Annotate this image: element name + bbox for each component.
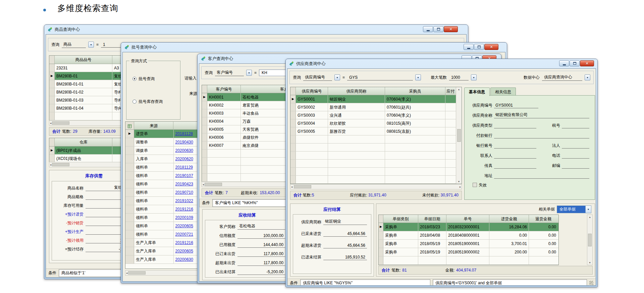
resize-grip[interactable] (589, 281, 593, 285)
query-field-dropdown[interactable]: 商品 (62, 41, 86, 48)
query-field-dropdown[interactable]: 客户编号 (215, 69, 244, 76)
scroll-down-icon: ▾ (589, 261, 590, 264)
table-row[interactable] (290, 160, 462, 168)
tab-related-info[interactable]: 相关信息 (490, 87, 516, 96)
table-row[interactable]: GYS0002 新华通用 070601(赵兵) (290, 103, 462, 111)
cell-source: 生产入库单 (134, 247, 174, 255)
column-header-return-amount[interactable]: 退货金额 (529, 215, 558, 223)
column-header-payable[interactable]: 应付 (445, 87, 456, 95)
row-marker (202, 109, 207, 117)
data-center-value[interactable]: 供应商查询中心 (542, 74, 582, 81)
query-field-dropdown[interactable]: 供应商编号 (303, 74, 332, 81)
field-value: 100,000.00 (237, 233, 285, 239)
max-rows-value[interactable]: 1000 (449, 75, 469, 80)
chevron-down-icon[interactable]: ▼ (415, 74, 421, 80)
table-row[interactable]: 采购单 2018/05/19 20180519000002 200.00 0.0… (379, 248, 558, 256)
condition-bar: 条件 供应商编号 LIKE "%GYS%" 供应商编号='GYS0001' an… (287, 279, 596, 286)
field-row: 已采未进货 45,664.56 (297, 231, 367, 237)
vertical-scrollbar[interactable]: ▴▾ (587, 215, 593, 265)
cell-return-amount: 0.00 (529, 248, 558, 256)
field-label: 银行账号 (467, 143, 494, 149)
column-header-buyer[interactable]: 采购员 (385, 87, 445, 95)
chevron-down-icon[interactable]: ▼ (585, 206, 591, 213)
row-marker (202, 117, 207, 125)
chevron-down-icon[interactable]: ▼ (585, 74, 590, 80)
radio-batch-query[interactable]: 批号查询 (132, 76, 155, 82)
equals-label: = (254, 70, 257, 75)
minimize-button[interactable] (559, 60, 569, 66)
zip-value (562, 168, 589, 169)
panel-title: 应付结算 (290, 204, 374, 214)
field-row: 已出未结算 -5,200.00 (209, 269, 285, 275)
scroll-up-icon: ▴ (589, 216, 590, 219)
cell-supplier-code (296, 135, 328, 143)
field-label: 已用额度 (209, 242, 237, 248)
row-marker (290, 152, 296, 159)
scrollbar-thumb (588, 234, 592, 246)
cell-supplier-name (328, 176, 385, 183)
table-row[interactable] (290, 168, 462, 176)
field-label: 邮编 (541, 163, 562, 169)
panel-title: 应收结算 (203, 210, 292, 220)
app-icon (201, 56, 206, 61)
horizontal-scrollbar[interactable]: ◂▸ (290, 184, 462, 189)
vertical-scrollbar[interactable]: ▴▾ (456, 87, 462, 184)
close-button[interactable]: ✕ (484, 44, 498, 50)
column-header-source[interactable]: 来源 (134, 122, 174, 129)
row-marker (290, 176, 296, 183)
query-value-input[interactable]: GYS (347, 75, 413, 80)
maximize-button[interactable] (570, 60, 580, 66)
titlebar[interactable]: 商品查询中心 ✕ (44, 25, 468, 34)
column-header-doc-date[interactable]: 单据日期 (418, 215, 446, 223)
close-button[interactable]: ✕ (444, 26, 458, 32)
cell-doc-no: 20180519000001 (446, 240, 489, 248)
column-header-supplier-code[interactable]: 供应商编号 (296, 87, 328, 95)
row-marker (125, 146, 134, 155)
row-marker (290, 127, 296, 135)
table-row[interactable] (290, 152, 462, 160)
titlebar[interactable]: 供应商查询中心 ✕ (286, 59, 597, 68)
table-row[interactable]: ▶ 采购单 2018/03/23 20180323000001 16,284.0… (379, 223, 558, 231)
column-header-warehouse[interactable]: 仓库 (55, 138, 112, 146)
cell-buyer: 081015(高萍) (385, 119, 445, 127)
cell-purchase-amount: 3,700.01 (489, 240, 529, 248)
row-marker (379, 231, 383, 239)
table-row[interactable] (290, 176, 462, 184)
column-header-doc-no[interactable]: 单号 (446, 215, 489, 223)
cell-return-amount: 0.00 (529, 223, 558, 231)
table-row[interactable]: 采购单 2018/05/19 20180519000001 3,700.01 0… (379, 240, 558, 248)
table-row[interactable]: GYS0004 欣欣塑胶 081015(高萍) (290, 119, 462, 127)
table-row[interactable] (379, 256, 558, 265)
related-docs-combobox[interactable]: 全部单据 ▼ (557, 206, 591, 213)
maximize-button[interactable] (474, 44, 484, 50)
cell-customer-code (207, 150, 241, 157)
minimize-button[interactable] (464, 44, 474, 50)
chevron-down-icon[interactable]: ▼ (246, 70, 252, 76)
column-header-product-code[interactable]: 商品品号 (55, 56, 112, 64)
radio-batch-stock-query[interactable]: 批号库存查询 (132, 99, 163, 105)
table-row[interactable] (290, 135, 462, 143)
row-marker (125, 239, 134, 247)
tab-basic-info[interactable]: 基本信息 (464, 87, 490, 96)
cell-source: 进货单 (134, 130, 174, 138)
table-row[interactable]: ▶ GYS0001 铭匠铜业 070604(李义) (290, 95, 462, 103)
table-row[interactable]: GYS0005 新雅百货 080815(袁新) (290, 127, 462, 135)
invalid-checkbox[interactable] (473, 183, 477, 187)
table-row[interactable]: 采购单 2018/04/08 20180408000001 0.00 0.00 (379, 231, 558, 240)
table-row[interactable]: GYS0003 业兴通 070604(李义) (290, 111, 462, 119)
column-header-doc-type[interactable]: 单据类别 (383, 215, 418, 223)
cell-supplier-name: 欣欣塑胶 (328, 119, 385, 127)
column-header-purchase-amount[interactable]: 进货金额 (489, 215, 529, 223)
column-header-supplier-name[interactable]: 供应商简称 (328, 87, 385, 95)
chevron-down-icon[interactable]: ▼ (471, 74, 477, 80)
maximize-button[interactable] (433, 26, 443, 32)
cell-product-code (55, 112, 112, 120)
close-button[interactable]: ✕ (580, 60, 594, 66)
row-marker (125, 180, 134, 188)
titlebar[interactable]: 批号查询中心 ✕ (121, 43, 507, 52)
minimize-button[interactable] (423, 26, 433, 32)
table-row[interactable] (290, 143, 462, 152)
chevron-down-icon[interactable]: ▼ (334, 74, 340, 80)
column-header-customer-code[interactable]: 客户编号 (207, 85, 241, 93)
chevron-down-icon[interactable]: ▼ (88, 42, 94, 48)
